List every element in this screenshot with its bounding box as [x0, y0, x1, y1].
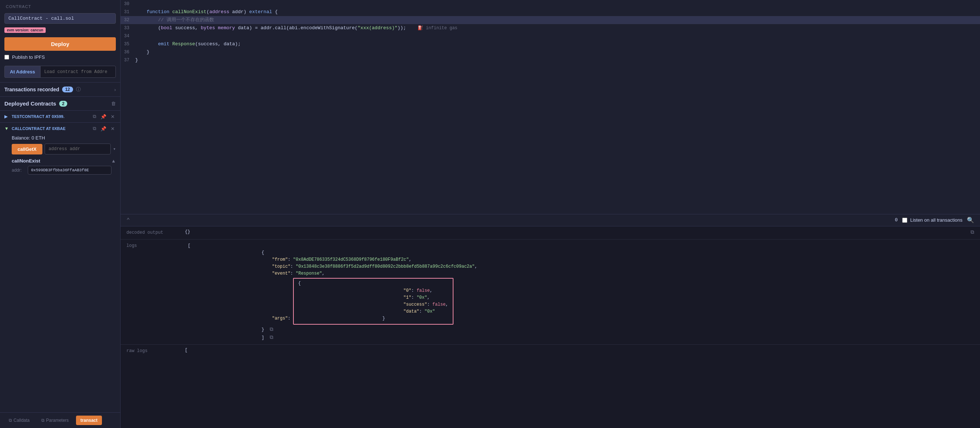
trash-icon[interactable]: 🗑 — [111, 101, 116, 106]
calldata-tab[interactable]: ⧉ Calldata — [5, 415, 34, 425]
publish-row: Publish to IPFS — [0, 54, 120, 64]
pin-icon-test[interactable]: 📌 — [99, 113, 107, 120]
code-content-33: (bool success, bytes memory data) = addr… — [135, 24, 980, 32]
code-line-30: 30 — [121, 0, 980, 8]
logs-key: logs — [126, 243, 185, 248]
parameters-label: Parameters — [46, 418, 69, 423]
line-num-31: 31 — [121, 8, 135, 16]
code-line-35: 35 emit Response(success, data); — [121, 40, 980, 48]
callnonexist-chevron-icon[interactable]: ▲ — [111, 158, 116, 163]
search-icon[interactable]: 🔍 — [967, 217, 974, 224]
decoded-output-copy-icon[interactable]: ⧉ — [970, 229, 974, 235]
code-line-32: 32 // 调用一个不存在的函数 — [121, 16, 980, 24]
deploy-button[interactable]: Deploy — [5, 37, 116, 51]
calldata-icon: ⧉ — [9, 418, 12, 423]
evm-badge: evm version: cancun — [5, 27, 46, 33]
copy-icon-call[interactable]: ⧉ — [92, 125, 97, 132]
info-icon[interactable]: ⓘ — [76, 86, 81, 93]
transactions-row: Transactions recorded 12 ⓘ › — [0, 82, 120, 97]
output-area: ⌃ 0 Listen on all transactions 🔍 decoded… — [121, 214, 980, 428]
contract-item-header-call: ▼ CALLCONTRACT AT 0XBAE ⧉ 📌 ✕ — [5, 125, 116, 132]
code-content-35: emit Response(success, data); — [135, 40, 980, 48]
topic-val: "0x13848c3e38f8886f3f5d2ad9dff80d8092c2b… — [296, 264, 475, 269]
contract-select[interactable]: CallContract - call.sol — [5, 13, 116, 24]
testcontract-name: TESTCONTRACT AT 0X599. — [12, 114, 89, 119]
publish-label: Publish to IPFS — [12, 54, 45, 60]
code-content-31: function callNonExist(address addr) exte… — [135, 8, 980, 16]
at-address-row: At Address — [0, 64, 120, 82]
code-line-31: 31 function callNonExist(address addr) e… — [121, 8, 980, 16]
arg1-key: "1" — [403, 295, 411, 300]
copy-icon-test[interactable]: ⧉ — [92, 113, 97, 120]
bottom-tabs: ⧉ Calldata ⧉ Parameters transact — [0, 412, 120, 428]
at-address-input[interactable] — [40, 66, 116, 78]
raw-logs-key: raw logs — [126, 348, 185, 353]
success-key: "success" — [403, 302, 427, 307]
listen-checkbox[interactable] — [902, 218, 907, 223]
collapse-icon[interactable]: ⌃ — [126, 217, 130, 224]
main-content: 30 31 function callNonExist(address addr… — [121, 0, 980, 428]
parameters-icon: ⧉ — [41, 418, 45, 423]
contract-item-testcontract: ▶ TESTCONTRACT AT 0X599. ⧉ 📌 ✕ — [0, 110, 120, 122]
code-content-37: } — [135, 56, 980, 64]
deployed-contracts-label: Deployed Contracts — [5, 100, 56, 107]
topic-key: "topic" — [272, 264, 290, 269]
deployed-contracts-row: Deployed Contracts 2 🗑 — [0, 97, 120, 110]
event-key: "event" — [272, 271, 290, 276]
transact-label: transact — [80, 418, 97, 423]
success-val: false — [432, 302, 445, 307]
publish-checkbox[interactable] — [5, 55, 9, 60]
close-icon-call[interactable]: ✕ — [110, 125, 116, 132]
line-num-35: 35 — [121, 40, 135, 48]
expand-icon-test[interactable]: ▶ — [5, 114, 10, 119]
close-icon-test[interactable]: ✕ — [110, 113, 116, 120]
raw-logs-row: raw logs [ — [121, 345, 980, 357]
code-content-36: } — [135, 48, 980, 56]
arg1-val: "0x" — [417, 295, 427, 300]
sidebar: CONTRACT CallContract - call.sol evm ver… — [0, 0, 121, 428]
transactions-chevron-icon[interactable]: › — [115, 87, 116, 92]
contract-section-label: CONTRACT — [0, 0, 120, 11]
event-val: "Response" — [296, 271, 322, 276]
transactions-badge: 12 — [62, 87, 73, 92]
code-content-32: // 调用一个不存在的函数 — [135, 16, 980, 24]
arg0-key: "0" — [403, 288, 411, 293]
deployed-contracts-badge: 2 — [59, 101, 68, 107]
from-key: "from" — [272, 257, 288, 262]
callgetx-input[interactable] — [45, 144, 111, 154]
parameters-tab[interactable]: ⧉ Parameters — [37, 415, 73, 425]
addr-input[interactable] — [28, 166, 111, 174]
logs-content: [ { "from": "0x8AdDE786335f324dC5368D9f8… — [185, 243, 974, 342]
contract-item-header-test: ▶ TESTCONTRACT AT 0X599. ⧉ 📌 ✕ — [5, 113, 116, 120]
line-num-30: 30 — [121, 0, 135, 8]
addr-label: addr: — [12, 168, 25, 173]
contract-item-callcontract: ▼ CALLCONTRACT AT 0XBAE ⧉ 📌 ✕ Balance: 0… — [0, 122, 120, 178]
expand-icon-call[interactable]: ▼ — [5, 126, 10, 131]
transactions-label: Transactions recorded — [5, 87, 59, 92]
line-num-36: 36 — [121, 48, 135, 56]
line-num-34: 34 — [121, 32, 135, 40]
raw-logs-bracket: [ — [185, 348, 974, 353]
args-box: { "0": false, "1": "0x", "success": fals… — [293, 278, 453, 324]
callnonexist-label: callNonExist — [12, 158, 40, 163]
logs-row: logs [ { "from": "0x8AdDE786335f324dC536… — [121, 239, 980, 345]
logs-bracket-copy-icon[interactable]: ⧉ — [270, 334, 273, 340]
decoded-output-row: decoded output {} ⧉ — [121, 227, 980, 239]
callgetx-button[interactable]: callGetX — [12, 144, 42, 154]
logs-copy-icon[interactable]: ⧉ — [270, 327, 273, 332]
callnonexist-header: callNonExist ▲ — [5, 156, 116, 164]
transact-tab[interactable]: transact — [76, 415, 102, 425]
code-line-34: 34 — [121, 32, 980, 40]
function-btn-row: callGetX ▾ — [5, 142, 116, 156]
pin-icon-call[interactable]: 📌 — [99, 125, 107, 132]
code-line-37: 37 } — [121, 56, 980, 64]
output-toolbar: ⌃ 0 Listen on all transactions 🔍 — [121, 214, 980, 227]
contract-select-row: CallContract - call.sol — [0, 11, 120, 26]
output-number: 0 — [895, 217, 898, 223]
callgetx-chevron-icon[interactable]: ▾ — [113, 146, 116, 152]
args-key: "args" — [272, 316, 288, 321]
at-address-button[interactable]: At Address — [5, 66, 40, 78]
code-line-33: 33 (bool success, bytes memory data) = a… — [121, 24, 980, 32]
code-line-36: 36 } — [121, 48, 980, 56]
listen-label: Listen on all transactions — [910, 217, 963, 223]
